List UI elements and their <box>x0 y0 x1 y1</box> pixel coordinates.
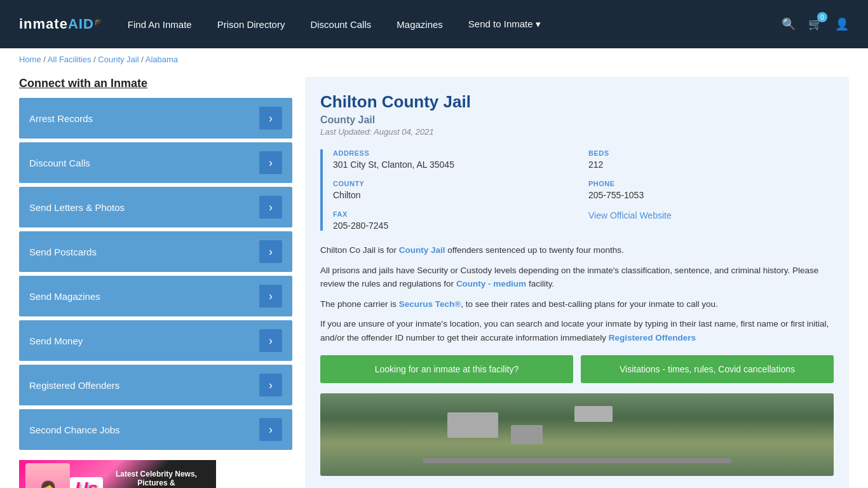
county-jail-link1[interactable]: County Jail <box>399 245 445 255</box>
ad-text: Latest Celebrity News, Pictures & Entert… <box>103 470 210 489</box>
facility-type: County Jail <box>320 114 834 126</box>
user-icon[interactable]: 👤 <box>835 17 849 31</box>
header-icons: 🔍 🛒 0 👤 <box>782 17 849 31</box>
fax-label: FAX <box>333 210 578 218</box>
sidebar-item-send-letters[interactable]: Send Letters & Photos› <box>19 187 292 227</box>
visitations-btn[interactable]: Visitations - times, rules, Covid cancel… <box>581 355 834 383</box>
content-area: Chilton County Jail County Jail Last Upd… <box>305 77 849 488</box>
search-icon[interactable]: 🔍 <box>782 17 796 31</box>
beds-group: BEDS 212 <box>588 149 834 170</box>
sidebar-arrow-registered-offenders: › <box>259 374 282 396</box>
sidebar-item-second-chance-jobs[interactable]: Second Chance Jobs› <box>19 409 292 450</box>
fax-group: FAX 205-280-7245 <box>333 210 578 231</box>
aerial-building-1 <box>447 412 498 438</box>
sidebar-arrow-send-money: › <box>259 329 282 352</box>
address-value: 301 City St, Clanton, AL 35045 <box>333 159 578 170</box>
ad-image: 👩 <box>25 463 70 488</box>
ad-logo: Us <box>70 477 103 488</box>
sidebar-arrow-second-chance-jobs: › <box>259 418 282 441</box>
sidebar-menu: Arrest Records›Discount Calls›Send Lette… <box>19 98 292 450</box>
address-label: ADDRESS <box>333 149 578 157</box>
nav-magazines[interactable]: Magazines <box>397 19 443 30</box>
nav-discount-calls[interactable]: Discount Calls <box>310 19 371 30</box>
sidebar-item-discount-calls[interactable]: Discount Calls› <box>19 142 292 183</box>
securus-link[interactable]: Securus Tech® <box>399 299 461 309</box>
county-medium-link[interactable]: County - medium <box>456 279 526 288</box>
breadcrumb: Home / All Facilities / County Jail / Al… <box>0 48 868 71</box>
find-inmate-btn[interactable]: Looking for an inmate at this facility? <box>320 355 573 383</box>
breadcrumb-state[interactable]: Alabama <box>146 55 178 64</box>
website-link[interactable]: View Official Website <box>588 210 672 220</box>
cart-wrapper[interactable]: 🛒 0 <box>808 17 822 31</box>
sidebar-arrow-discount-calls: › <box>259 151 282 174</box>
details-grid: ADDRESS 301 City St, Clanton, AL 35045 B… <box>320 149 834 231</box>
phone-label: PHONE <box>588 180 834 187</box>
beds-value: 212 <box>588 159 834 170</box>
aerial-road <box>423 458 731 463</box>
facility-title: Chilton County Jail <box>320 92 834 112</box>
county-label: COUNTY <box>333 180 578 187</box>
main-container: Connect with an Inmate Arrest Records›Di… <box>0 71 868 488</box>
breadcrumb-all-facilities[interactable]: All Facilities <box>48 55 92 64</box>
sidebar-item-send-magazines[interactable]: Send Magazines› <box>19 276 292 316</box>
website-group: View Official Website <box>588 210 834 231</box>
nav-prison-directory[interactable]: Prison Directory <box>217 19 285 30</box>
registered-offenders-link[interactable]: Registered Offenders <box>609 333 696 342</box>
sidebar-arrow-send-magazines: › <box>259 285 282 308</box>
sidebar-arrow-send-letters: › <box>259 196 282 219</box>
action-buttons: Looking for an inmate at this facility? … <box>320 355 834 383</box>
sidebar: Connect with an Inmate Arrest Records›Di… <box>19 77 292 488</box>
beds-label: BEDS <box>588 149 834 157</box>
nav-send-to-inmate[interactable]: Send to Inmate ▾ <box>468 18 541 30</box>
county-group: COUNTY Chilton <box>333 180 578 200</box>
phone-group: PHONE 205-755-1053 <box>588 180 834 200</box>
nav-find-inmate[interactable]: Find An Inmate <box>128 19 192 30</box>
cart-badge: 0 <box>817 12 827 22</box>
aerial-building-2 <box>511 425 543 444</box>
fax-value: 205-280-7245 <box>333 220 578 231</box>
last-updated: Last Updated: August 04, 2021 <box>320 127 834 137</box>
sidebar-item-registered-offenders[interactable]: Registered Offenders› <box>19 365 292 405</box>
sidebar-arrow-arrest-records: › <box>259 107 282 130</box>
county-value: Chilton <box>333 190 578 200</box>
sidebar-item-send-postcards[interactable]: Send Postcards› <box>19 231 292 272</box>
sidebar-item-send-money[interactable]: Send Money› <box>19 320 292 361</box>
logo[interactable]: inmateAID🎓 <box>19 16 102 32</box>
breadcrumb-county-jail[interactable]: County Jail <box>98 55 139 64</box>
main-nav: Find An Inmate Prison Directory Discount… <box>128 18 782 30</box>
sidebar-item-arrest-records[interactable]: Arrest Records› <box>19 98 292 139</box>
sidebar-arrow-send-postcards: › <box>259 240 282 263</box>
facility-description: Chilton Co Jail is for County Jail offen… <box>320 243 834 345</box>
aerial-building-3 <box>574 406 613 422</box>
ad-banner[interactable]: 👩 Us Latest Celebrity News, Pictures & E… <box>19 460 216 488</box>
address-group: ADDRESS 301 City St, Clanton, AL 35045 <box>333 149 578 170</box>
sidebar-title: Connect with an Inmate <box>19 77 292 90</box>
breadcrumb-home[interactable]: Home <box>19 55 41 64</box>
aerial-image <box>320 393 834 476</box>
phone-value: 205-755-1053 <box>588 190 834 200</box>
